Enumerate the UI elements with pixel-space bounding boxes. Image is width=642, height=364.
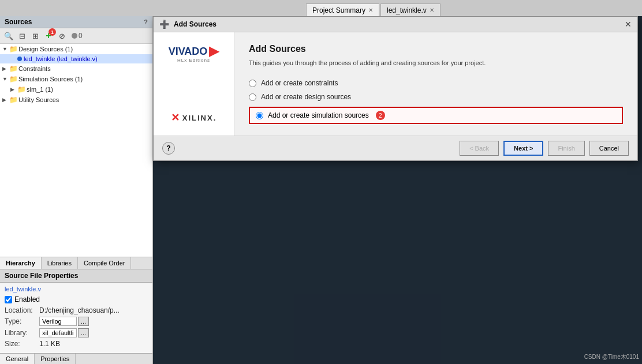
vivado-arrow-icon: ▶ [209,44,219,59]
properties-content: led_twinkle.v Enabled Location: D:/chenj… [0,283,152,353]
simulation-sources-arrow: ▼ [2,76,9,82]
tab-led-twinkle-close[interactable]: ✕ [430,7,434,13]
vivado-hl-text: HLx Editions [177,58,210,63]
properties-panel: Source File Properties led_twinkle.v Ena… [0,269,152,364]
simulation-badge: 2 [376,111,385,120]
radio-constraints[interactable] [249,80,256,87]
left-panel: Sources ? 🔍 ⊟ ⊞ + 1 ⊘ 0 [0,16,153,364]
cancel-button[interactable]: Cancel [589,141,629,156]
dialog-description: This guides you through the process of a… [249,59,623,67]
tab-compile-order[interactable]: Compile Order [78,257,132,269]
add-sources-button[interactable]: + 1 [43,30,54,42]
prop-enabled: Enabled [5,295,148,303]
sim1-label: sim_1 (1) [27,86,53,93]
radio-simulation[interactable] [256,112,263,119]
counter-display: 0 [79,32,83,40]
dialog-brand: VIVADO ▶ HLx Editions ✕ XILINX. [154,32,234,136]
utility-sources-folder-icon: 📁 [9,96,17,104]
dialog-title: ➕ Add Sources [159,20,217,29]
prop-row-location: Location: D:/chenjing_chaosuan/p... [5,306,148,314]
dialog-titlebar: ➕ Add Sources ✕ [154,17,637,32]
size-value: 1.1 KB [39,340,60,348]
tree-constraints[interactable]: ▶ 📁 Constraints [0,63,152,74]
tree-sim-1[interactable]: ▶ 📁 sim_1 (1) [0,84,152,95]
tree-simulation-sources[interactable]: ▼ 📁 Simulation Sources (1) [0,74,152,84]
radio-constraints-label: Add or create constraints [261,79,338,87]
tree-utility-sources[interactable]: ▶ 📁 Utility Sources [0,95,152,105]
add-sources-dialog: ➕ Add Sources ✕ VIVADO ▶ [153,16,638,161]
tab-project-summary[interactable]: Project Summary ✕ [306,3,379,16]
design-sources-arrow: ▼ [2,46,9,52]
radio-item-design[interactable]: Add or create design sources [249,93,623,101]
prop-filename: led_twinkle.v [5,286,148,292]
dialog-title-text: Add Sources [174,20,217,28]
design-sources-label: Design Sources (1) [18,46,73,52]
radio-design-label: Add or create design sources [261,93,351,101]
radio-simulation-label: Add or create simulation sources [268,111,369,119]
properties-header: Source File Properties [0,269,152,283]
help-button[interactable]: ? [162,142,175,155]
dialog-heading: Add Sources [249,44,623,54]
simulation-sources-label: Simulation Sources (1) [18,76,83,82]
led-twinkle-dot-icon [17,57,22,61]
type-input[interactable] [39,317,77,326]
collapse-all-button[interactable]: ⊟ [16,30,28,42]
led-twinkle-label: led_twinkle (led_twinkle.v) [24,55,98,62]
filter-button[interactable]: ⊘ [56,30,68,42]
xilinx-x-icon: ✕ [171,111,180,124]
next-button[interactable]: Next > [503,141,543,156]
sources-panel-title-text: Sources [5,18,32,26]
tab-led-twinkle[interactable]: led_twinkle.v ✕ [380,3,441,16]
sources-panel-help[interactable]: ? [144,18,148,25]
radio-item-simulation[interactable]: Add or create simulation sources 2 [249,107,623,124]
sim1-folder-icon: 📁 [17,85,25,93]
expand-button[interactable]: ⊞ [29,30,41,42]
tree-tabs: Hierarchy Libraries Compile Order [0,257,152,269]
type-label: Type: [5,317,39,325]
tree-design-sources[interactable]: ▼ 📁 Design Sources (1) [0,44,152,54]
library-more-button[interactable]: ... [78,328,89,337]
tab-bar: Project Summary ✕ led_twinkle.v ✕ [0,0,642,16]
size-label: Size: [5,340,39,348]
prop-row-type: Type: ... [5,317,148,326]
tab-project-summary-close[interactable]: ✕ [368,7,373,13]
tab-hierarchy[interactable]: Hierarchy [0,257,42,269]
footer-buttons: < Back Next > Finish Cancel [460,141,629,156]
back-button[interactable]: < Back [460,141,499,156]
source-tree: ▼ 📁 Design Sources (1) led_twinkle (led_… [0,44,152,257]
properties-title: Source File Properties [5,272,78,280]
vivado-logo: VIVADO ▶ HLx Editions [169,44,219,63]
radio-item-constraints[interactable]: Add or create constraints [249,79,623,87]
main-window: Project Summary ✕ led_twinkle.v ✕ Source… [0,0,642,364]
xilinx-logo: ✕ XILINX. [171,111,217,124]
tree-led-twinkle[interactable]: led_twinkle (led_twinkle.v) [0,54,152,63]
type-more-button[interactable]: ... [78,317,89,326]
enabled-checkbox[interactable] [5,296,12,303]
enabled-label: Enabled [14,295,40,303]
finish-button[interactable]: Finish [548,141,584,156]
tab-general[interactable]: General [0,354,35,364]
dialog-add-icon: ➕ [159,20,169,29]
prop-row-size: Size: 1.1 KB [5,340,148,348]
simulation-sources-folder-icon: 📁 [9,75,17,83]
vivado-logo-text: VIVADO [169,46,208,58]
panel-toolbar: 🔍 ⊟ ⊞ + 1 ⊘ 0 [0,28,152,44]
library-input[interactable] [39,328,77,337]
sources-panel-header: Sources ? [0,16,152,28]
tab-led-twinkle-label: led_twinkle.v [387,6,427,14]
content-area: Sources ? 🔍 ⊟ ⊞ + 1 ⊘ 0 [0,16,642,364]
tab-properties[interactable]: Properties [35,354,76,364]
design-sources-folder-icon: 📁 [9,45,17,53]
radio-design[interactable] [249,93,256,101]
tab-libraries[interactable]: Libraries [42,257,78,269]
library-label: Library: [5,329,39,337]
constraints-label: Constraints [18,65,51,72]
location-value: D:/chenjing_chaosuan/p... [39,306,120,314]
xilinx-text: XILINX. [182,114,217,122]
search-button[interactable]: 🔍 [3,30,14,42]
dialog-close-button[interactable]: ✕ [625,20,632,29]
tab-project-summary-label: Project Summary [312,6,365,14]
radio-group: Add or create constraints Add or create … [249,79,623,124]
constraints-folder-icon: 📁 [9,65,17,73]
dialog-footer: ? < Back Next > Finish Cancel [154,136,637,160]
